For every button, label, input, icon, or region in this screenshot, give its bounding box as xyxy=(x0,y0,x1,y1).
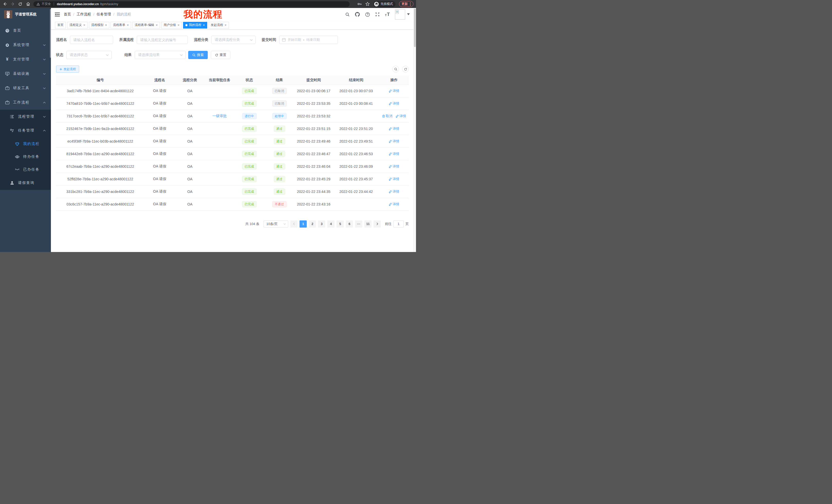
font-size-icon[interactable]: TT xyxy=(385,12,390,17)
browser-menu-icon[interactable] xyxy=(410,2,411,6)
cell-end-time: 2022-01-23 00:08:41 xyxy=(333,97,379,110)
search-button[interactable]: 搜索 xyxy=(188,51,208,59)
page-button-11[interactable]: 11 xyxy=(364,220,371,228)
detail-link[interactable]: 详情 xyxy=(389,127,399,131)
table-search-toggle-button[interactable] xyxy=(392,66,399,73)
page-button-4[interactable]: 4 xyxy=(327,220,335,228)
sidebar-item-process-mgmt[interactable]: 流程管理 xyxy=(0,110,51,123)
sidebar-item-workflow[interactable]: 工作流程 xyxy=(0,95,51,110)
goto-page-input[interactable] xyxy=(393,220,404,228)
avatar[interactable] xyxy=(395,9,405,20)
app-logo[interactable]: 芋道管理系统 xyxy=(0,8,51,21)
scrollbar-thumb[interactable] xyxy=(414,8,416,47)
tag-start-process[interactable]: 发起流程× xyxy=(209,22,229,29)
sidebar-item-my-process[interactable]: 我的流程 xyxy=(0,137,51,150)
next-page-button[interactable] xyxy=(373,220,381,228)
tag-process-definition[interactable]: 流程定义× xyxy=(67,22,88,29)
detail-link[interactable]: 详情 xyxy=(389,202,399,206)
detail-link[interactable]: 详情 xyxy=(389,151,399,156)
current-task-link[interactable]: 一级审批 xyxy=(212,114,227,118)
process-name-input[interactable] xyxy=(70,36,113,44)
breadcrumb-item[interactable]: 任务管理 xyxy=(97,12,111,17)
cell-category: OA xyxy=(175,147,205,160)
page-size-select[interactable]: 10条/页 xyxy=(263,220,288,228)
tag-user-group[interactable]: 用户分组× xyxy=(161,22,182,29)
cell-category: OA xyxy=(175,110,205,122)
tag-my-process[interactable]: 我的流程× xyxy=(183,22,207,29)
chevron-right-icon xyxy=(376,222,378,225)
sidebar-item-devtools[interactable]: 研发工具 xyxy=(0,81,51,95)
close-icon[interactable]: × xyxy=(83,23,85,27)
table-refresh-button[interactable] xyxy=(402,66,409,73)
key-icon[interactable] xyxy=(357,2,362,6)
reset-button[interactable]: 重置 xyxy=(211,51,230,59)
annotation-title: 我的流程 xyxy=(184,10,223,19)
tag-process-form-edit[interactable]: 流程表单-编辑× xyxy=(132,22,160,29)
page-button-2[interactable]: 2 xyxy=(309,220,316,228)
detail-link[interactable]: 详情 xyxy=(389,189,399,194)
close-icon[interactable]: × xyxy=(127,23,129,27)
edit-icon xyxy=(389,165,392,168)
sidebar-item-system[interactable]: 系统管理 xyxy=(0,38,51,52)
prev-page-button[interactable] xyxy=(290,220,297,228)
workflow-submenu: 流程管理 任务管理 我的流程 待办任务 xyxy=(0,110,51,190)
cell-name: OA 请假 xyxy=(145,147,175,160)
detail-link[interactable]: 详情 xyxy=(389,177,399,181)
detail-link[interactable]: 详情 xyxy=(396,114,406,118)
update-button[interactable]: 更新 xyxy=(399,1,413,7)
bookmark-star-icon[interactable] xyxy=(365,2,370,6)
chevron-down-icon xyxy=(180,54,183,56)
forward-icon[interactable] xyxy=(10,2,15,6)
help-icon[interactable] xyxy=(365,12,370,17)
home-icon[interactable] xyxy=(26,2,30,6)
detail-link[interactable]: 详情 xyxy=(389,139,399,144)
url-bar[interactable]: 不安全 dashboard.yudao.iocoder.cn/bpm/task/… xyxy=(33,1,350,7)
back-icon[interactable] xyxy=(3,2,7,6)
close-icon[interactable]: × xyxy=(177,23,179,27)
cell-status: 已完成 xyxy=(234,122,264,135)
screen: 不安全 dashboard.yudao.iocoder.cn/bpm/task/… xyxy=(0,0,416,252)
tag-process-form[interactable]: 流程表单× xyxy=(110,22,131,29)
cell-id: 03c6c157-7b9a-11ec-a290-acde48001122 xyxy=(56,198,145,211)
sidebar-item-leave-query[interactable]: 请假查询 xyxy=(0,176,51,190)
header-search-icon[interactable] xyxy=(345,12,350,17)
refresh-icon xyxy=(215,53,218,57)
close-icon[interactable]: × xyxy=(156,23,158,27)
sidebar-item-todo-tasks[interactable]: 待办任务 xyxy=(0,150,51,163)
sidebar-item-payment[interactable]: ¥ 支付管理 xyxy=(0,52,51,66)
breadcrumb-item[interactable]: 首页 xyxy=(64,12,71,17)
sidebar-item-task-mgmt[interactable]: 任务管理 xyxy=(0,123,51,137)
window-scrollbar[interactable] xyxy=(413,8,416,252)
hamburger-icon[interactable] xyxy=(55,12,60,17)
cell-submit-time: 2022-01-22 23:45:29 xyxy=(294,173,333,185)
page-button-6[interactable]: 6 xyxy=(346,220,353,228)
detail-link[interactable]: 详情 xyxy=(389,89,399,93)
more-pages-button[interactable]: ··· xyxy=(355,220,362,228)
sidebar-item-home[interactable]: 首页 xyxy=(0,23,51,38)
sidebar-item-infra[interactable]: 基础设施 xyxy=(0,66,51,81)
reload-icon[interactable] xyxy=(18,2,23,6)
sidebar-item-done-tasks[interactable]: 已办任务 xyxy=(0,163,51,176)
github-icon[interactable] xyxy=(355,12,360,17)
fullscreen-icon[interactable] xyxy=(375,12,380,17)
result-select[interactable]: 请选择流结果 xyxy=(135,51,186,59)
close-icon[interactable]: × xyxy=(225,23,227,27)
page-button-5[interactable]: 5 xyxy=(337,220,344,228)
close-icon[interactable]: × xyxy=(203,23,205,27)
submit-time-range[interactable]: 开始日期 - 结束日期 xyxy=(279,36,338,44)
category-select[interactable]: 请选择流程分类 xyxy=(211,36,256,44)
cancel-link[interactable]: 取消 xyxy=(382,114,393,118)
detail-link[interactable]: 详情 xyxy=(389,164,399,169)
process-def-input[interactable] xyxy=(137,36,188,44)
tag-home[interactable]: 首页 xyxy=(55,22,66,29)
user-menu[interactable] xyxy=(395,9,410,20)
detail-link[interactable]: 详情 xyxy=(389,101,399,106)
tag-process-model[interactable]: 流程模型× xyxy=(89,22,109,29)
start-process-button[interactable]: 发起流程 xyxy=(56,65,79,73)
page-button-3[interactable]: 3 xyxy=(318,220,325,228)
status-select[interactable]: 请选择状态 xyxy=(66,51,111,59)
cell-actions: 详情 xyxy=(379,173,409,185)
page-button-1[interactable]: 1 xyxy=(300,220,307,228)
breadcrumb-item[interactable]: 工作流程 xyxy=(77,12,91,17)
close-icon[interactable]: × xyxy=(105,23,107,27)
